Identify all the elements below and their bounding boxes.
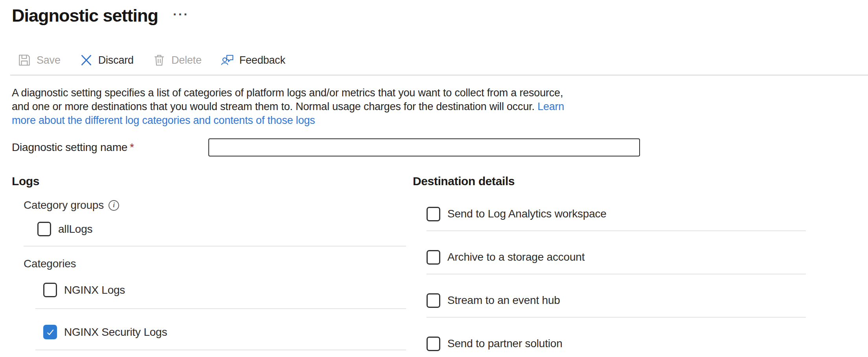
description-line-3: more about the different log categories … [12,114,868,127]
destination-divider [427,230,806,231]
nginx-security-logs-checkbox[interactable] [43,325,57,339]
save-button[interactable]: Save [18,53,61,67]
diagnostic-setting-page: Diagnostic setting Save Discard [0,0,868,357]
feedback-button[interactable]: Feedback [221,53,285,67]
name-form-row: Diagnostic setting name* [12,138,868,156]
required-asterisk: * [130,141,134,153]
learn-more-link-continued[interactable]: more about the different log categories … [12,114,315,126]
storage-account-row: Archive to a storage account [427,248,811,266]
learn-more-link[interactable]: Learn [537,101,564,112]
categories-label: Categories [24,258,407,270]
partner-solution-checkbox[interactable] [427,337,440,351]
logs-heading: Logs [12,175,407,188]
logs-divider [35,350,406,350]
nginx-security-logs-label: NGINX Security Logs [64,326,167,339]
feedback-label: Feedback [239,54,285,66]
event-hub-checkbox[interactable] [427,293,440,308]
page-header: Diagnostic setting [0,0,868,26]
toolbar-divider [10,75,868,75]
category-groups-label: Category groups [24,199,104,212]
discard-label: Discard [98,54,134,66]
logs-divider [24,246,406,247]
description-line-2: and one or more destinations that you wo… [12,100,868,114]
logs-divider [35,308,406,309]
alllogs-row: allLogs [37,222,407,236]
alllogs-label: allLogs [58,223,92,236]
log-analytics-checkbox[interactable] [427,207,440,221]
destination-divider [427,274,806,274]
save-label: Save [37,54,61,66]
delete-button[interactable]: Delete [153,53,202,67]
nginx-logs-label: NGINX Logs [64,284,125,296]
nginx-security-logs-row: NGINX Security Logs [43,325,407,339]
category-groups-row: Category groups [24,199,407,212]
description-line-1: A diagnostic setting specifies a list of… [12,86,868,100]
nginx-logs-row: NGINX Logs [43,283,407,297]
event-hub-row: Stream to an event hub [427,292,811,309]
delete-icon [153,53,166,67]
content-columns: Logs Category groups allLogs Categories … [12,175,868,357]
feedback-icon [221,53,234,67]
name-field-label: Diagnostic setting name* [12,141,208,154]
logs-section: Logs Category groups allLogs Categories … [12,175,407,357]
info-icon[interactable] [108,200,119,211]
save-icon [18,53,31,67]
nginx-logs-checkbox[interactable] [43,283,57,297]
page-title: Diagnostic setting [12,6,158,26]
discard-icon [79,53,93,67]
delete-label: Delete [171,54,202,66]
log-analytics-row: Send to Log Analytics workspace [427,205,811,223]
event-hub-label: Stream to an event hub [447,294,560,307]
storage-account-checkbox[interactable] [427,250,440,265]
partner-solution-row: Send to partner solution [427,335,811,352]
log-analytics-label: Send to Log Analytics workspace [447,208,607,220]
partner-solution-label: Send to partner solution [447,337,563,350]
more-options-icon[interactable] [173,8,189,20]
destination-details-heading: Destination details [413,175,811,188]
command-bar: Save Discard Delete [18,50,868,70]
alllogs-checkbox[interactable] [37,222,51,236]
discard-button[interactable]: Discard [79,53,134,67]
destination-details-section: Destination details Send to Log Analytic… [413,175,811,357]
description-text: A diagnostic setting specifies a list of… [12,86,868,127]
diagnostic-setting-name-input[interactable] [208,138,640,156]
storage-account-label: Archive to a storage account [447,251,585,263]
destination-divider [427,317,806,318]
